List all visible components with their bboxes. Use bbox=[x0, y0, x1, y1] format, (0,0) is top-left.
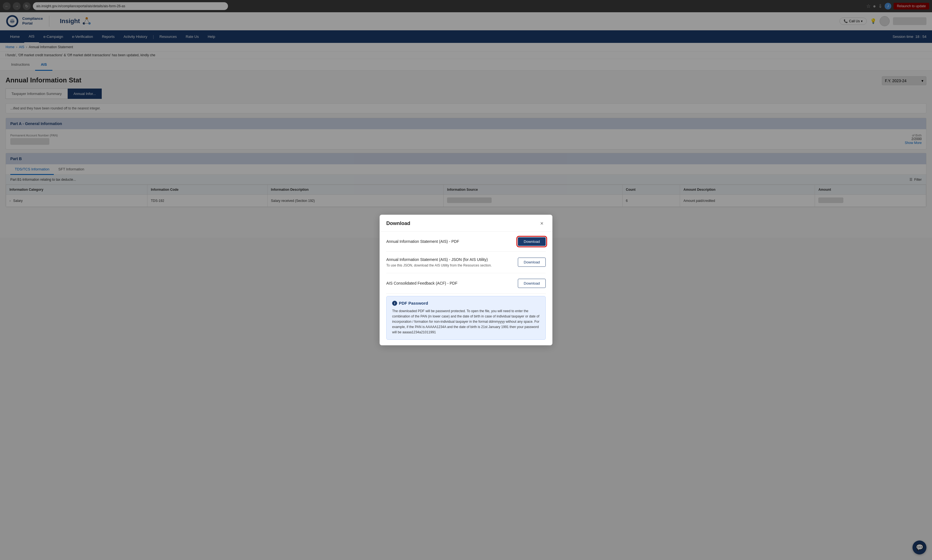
download-pdf-button[interactable]: Download bbox=[518, 237, 546, 238]
download-modal: Download × Annual Information Statement … bbox=[380, 215, 552, 238]
modal-body: Annual Information Statement (AIS) - PDF… bbox=[380, 232, 552, 238]
download-row-pdf: Annual Information Statement (AIS) - PDF… bbox=[386, 232, 546, 238]
modal-header: Download × bbox=[380, 215, 552, 232]
modal-close-button[interactable]: × bbox=[538, 220, 546, 228]
modal-title: Download bbox=[386, 220, 410, 226]
modal-overlay[interactable]: Download × Annual Information Statement … bbox=[0, 0, 932, 238]
